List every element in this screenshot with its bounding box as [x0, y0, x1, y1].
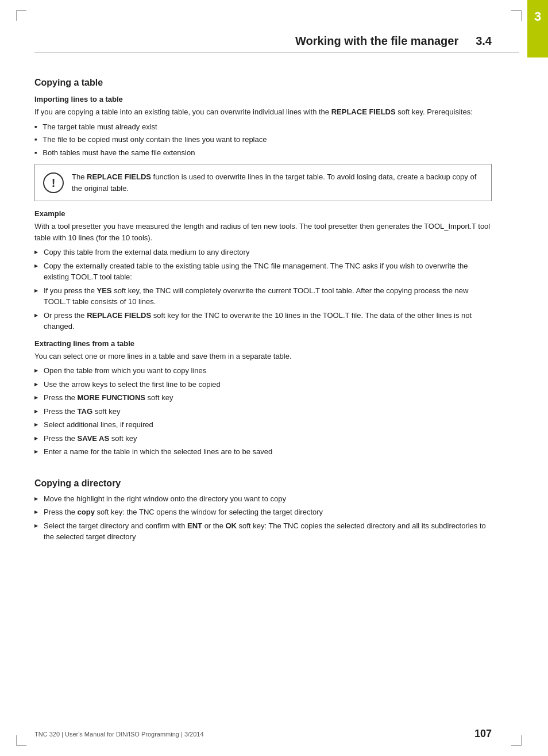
page-footer: TNC 320 | User's Manual for DIN/ISO Prog…	[34, 728, 519, 740]
content-area: Copying a table Importing lines to a tab…	[34, 66, 519, 722]
warning-bold: REPLACE FIELDS	[87, 172, 151, 181]
extract-step-5: Select additional lines, if required	[34, 419, 492, 431]
example-step-1: Copy this table from the external data m…	[34, 247, 492, 258]
copy-dir-step-3: Select the target directory and confirm …	[34, 520, 492, 543]
chapter-tab: 3	[527, 0, 548, 57]
prerequisite-item-1: The target table must already exist	[34, 121, 492, 133]
copy-dir-step-1: Move the highlight in the right window o…	[34, 493, 492, 505]
section-title-copying-directory: Copying a directory	[34, 478, 492, 489]
example-step-4: Or press the REPLACE FIELDS soft key for…	[34, 310, 492, 332]
replace-fields-bold1: REPLACE FIELDS	[331, 108, 396, 116]
extracting-steps-list: Open the table from which you want to co…	[34, 365, 492, 458]
extract-step-1: Open the table from which you want to co…	[34, 365, 492, 377]
copying-dir-steps-list: Move the highlight in the right window o…	[34, 493, 492, 543]
example-step-2: Copy the externally created table to the…	[34, 260, 492, 283]
footer-left-text: TNC 320 | User's Manual for DIN/ISO Prog…	[34, 731, 204, 738]
extract-step-7: Enter a name for the table in which the …	[34, 446, 492, 458]
section-spacer	[34, 461, 492, 467]
prerequisites-list: The target table must already exist The …	[34, 121, 492, 159]
corner-mark-tl	[16, 10, 26, 21]
importing-intro: If you are copying a table into an exist…	[34, 106, 492, 118]
page-container: 3 Working with the file manager 3.4 Copy…	[0, 0, 548, 756]
header-section: 3.4	[476, 34, 492, 48]
page-header: Working with the file manager 3.4	[34, 34, 519, 53]
page-number: 107	[474, 728, 492, 740]
importing-intro-text2: soft key. Prerequisites:	[396, 108, 473, 116]
extracting-intro: You can select one or more lines in a ta…	[34, 351, 492, 362]
extract-step-3: Press the MORE FUNCTIONS soft key	[34, 392, 492, 404]
extract-step-6: Press the SAVE AS soft key	[34, 433, 492, 444]
copy-dir-step-2: Press the copy soft key: the TNC opens t…	[34, 506, 492, 518]
subsection-extracting: Extracting lines from a table	[34, 339, 492, 348]
extract-step-4: Press the TAG soft key	[34, 406, 492, 417]
warning-box: ! The REPLACE FIELDS function is used to…	[34, 164, 492, 201]
example-steps-list: Copy this table from the external data m…	[34, 247, 492, 332]
corner-mark-tr	[511, 10, 522, 21]
extract-step-2: Use the arrow keys to select the first l…	[34, 379, 492, 390]
prerequisite-item-3: Both tables must have the same file exte…	[34, 147, 492, 159]
chapter-number: 3	[534, 6, 541, 57]
warning-icon: !	[43, 172, 64, 193]
example-intro: With a tool presetter you have measured …	[34, 221, 492, 243]
prerequisite-item-2: The file to be copied must only contain …	[34, 134, 492, 145]
example-step-3: If you press the YES soft key, the TNC w…	[34, 285, 492, 308]
importing-intro-text1: If you are copying a table into an exist…	[34, 108, 331, 116]
header-title: Working with the file manager	[295, 34, 458, 48]
subsection-example: Example	[34, 209, 492, 218]
warning-text: The REPLACE FIELDS function is used to o…	[72, 171, 483, 194]
subsection-importing-lines: Importing lines to a table	[34, 95, 492, 103]
section-title-copying-table: Copying a table	[34, 78, 492, 88]
corner-mark-bl	[16, 735, 26, 746]
